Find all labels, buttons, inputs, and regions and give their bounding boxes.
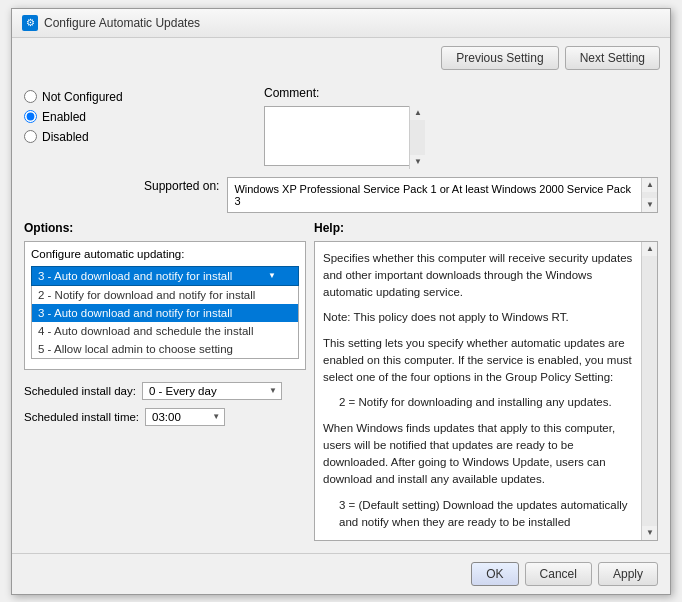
- schedule-time-label: Scheduled install time:: [24, 411, 139, 423]
- schedule-day-select[interactable]: 0 - Every day ▼: [142, 382, 282, 400]
- panel-labels: Options: Help:: [24, 221, 658, 235]
- help-scroll-up-icon[interactable]: ▲: [642, 242, 658, 256]
- help-para-3: This setting lets you specify whether au…: [323, 335, 633, 387]
- dialog-content: Not Configured Enabled Disabled Comment:…: [12, 78, 670, 549]
- help-panel: Specifies whether this computer will rec…: [314, 241, 658, 541]
- configure-dropdown-value: 3 - Auto download and notify for install: [38, 270, 232, 282]
- options-label: Options:: [24, 221, 314, 235]
- title-bar: ⚙ Configure Automatic Updates: [12, 9, 670, 38]
- schedule-time-row: Scheduled install time: 03:00 ▼: [24, 408, 306, 426]
- schedule-time-select[interactable]: 03:00 ▼: [145, 408, 225, 426]
- disabled-radio[interactable]: [24, 130, 37, 143]
- supported-scrollbar: ▲ ▼: [641, 178, 657, 212]
- configure-updating-box: Configure automatic updating: 3 - Auto d…: [24, 241, 306, 370]
- configure-updating-label: Configure automatic updating:: [31, 248, 299, 260]
- supported-value-box: Windows XP Professional Service Pack 1 o…: [227, 177, 658, 213]
- help-para-4: 2 = Notify for downloading and installin…: [339, 394, 633, 411]
- dropdown-item-3[interactable]: 4 - Auto download and schedule the insta…: [32, 322, 298, 340]
- scroll-down-icon[interactable]: ▼: [410, 155, 426, 169]
- help-para-5: When Windows finds updates that apply to…: [323, 420, 633, 489]
- configure-dropdown-list: 2 - Notify for download and notify for i…: [31, 286, 299, 359]
- supported-section: Supported on: Windows XP Professional Se…: [24, 177, 658, 213]
- enabled-label: Enabled: [42, 110, 86, 124]
- dialog-title: Configure Automatic Updates: [44, 16, 660, 30]
- dropdown-arrow-icon: ▼: [268, 271, 276, 280]
- dropdown-item-2[interactable]: 3 - Auto download and notify for install: [32, 304, 298, 322]
- previous-setting-button[interactable]: Previous Setting: [441, 46, 558, 70]
- schedule-section: Scheduled install day: 0 - Every day ▼ S…: [24, 378, 306, 430]
- schedule-day-row: Scheduled install day: 0 - Every day ▼: [24, 382, 306, 400]
- enabled-radio[interactable]: [24, 110, 37, 123]
- next-setting-button[interactable]: Next Setting: [565, 46, 660, 70]
- scroll-track: [410, 120, 425, 155]
- dropdown-item-1[interactable]: 2 - Notify for download and notify for i…: [32, 286, 298, 304]
- cancel-button[interactable]: Cancel: [525, 562, 592, 586]
- supported-scroll-down-icon[interactable]: ▼: [642, 198, 658, 212]
- radio-section: Not Configured Enabled Disabled: [24, 86, 144, 169]
- configure-dropdown-selected[interactable]: 3 - Auto download and notify for install…: [31, 266, 299, 286]
- disabled-option[interactable]: Disabled: [24, 130, 144, 144]
- enabled-option[interactable]: Enabled: [24, 110, 144, 124]
- help-label: Help:: [314, 221, 344, 235]
- schedule-time-arrow-icon: ▼: [212, 412, 220, 421]
- supported-scroll-up-icon[interactable]: ▲: [642, 178, 658, 192]
- schedule-time-value: 03:00: [152, 411, 181, 423]
- comment-label: Comment:: [264, 86, 425, 102]
- help-content: Specifies whether this computer will rec…: [315, 242, 641, 540]
- scroll-up-icon[interactable]: ▲: [410, 106, 426, 120]
- help-para-1: Specifies whether this computer will rec…: [323, 250, 633, 302]
- options-panel: Configure automatic updating: 3 - Auto d…: [24, 241, 306, 541]
- ok-button[interactable]: OK: [471, 562, 518, 586]
- disabled-label: Disabled: [42, 130, 89, 144]
- help-para-7: Windows finds updates that apply to the …: [323, 539, 633, 540]
- schedule-day-arrow-icon: ▼: [269, 386, 277, 395]
- comment-textarea[interactable]: [264, 106, 425, 166]
- not-configured-label: Not Configured: [42, 90, 123, 104]
- dialog-icon: ⚙: [22, 15, 38, 31]
- help-para-6: 3 = (Default setting) Download the updat…: [339, 497, 633, 532]
- not-configured-option[interactable]: Not Configured: [24, 90, 144, 104]
- apply-button[interactable]: Apply: [598, 562, 658, 586]
- schedule-day-value: 0 - Every day: [149, 385, 217, 397]
- help-scroll-track: [642, 256, 657, 526]
- not-configured-radio[interactable]: [24, 90, 37, 103]
- help-scrollbar: ▲ ▼: [641, 242, 657, 540]
- dropdown-item-4[interactable]: 5 - Allow local admin to choose setting: [32, 340, 298, 358]
- help-scroll-down-icon[interactable]: ▼: [642, 526, 658, 540]
- main-panels: Configure automatic updating: 3 - Auto d…: [24, 241, 658, 541]
- dialog-header: Previous Setting Next Setting: [12, 38, 670, 78]
- gear-icon: ⚙: [26, 17, 35, 28]
- supported-value: Windows XP Professional Service Pack 1 o…: [234, 183, 651, 207]
- comment-scrollbar: ▲ ▼: [409, 106, 425, 169]
- configure-dropdown-row: 3 - Auto download and notify for install…: [31, 266, 299, 359]
- comment-section: Comment: ▲ ▼: [264, 86, 425, 169]
- dialog-footer: OK Cancel Apply: [12, 553, 670, 594]
- help-para-2: Note: This policy does not apply to Wind…: [323, 309, 633, 326]
- supported-label: Supported on:: [144, 177, 219, 193]
- schedule-day-label: Scheduled install day:: [24, 385, 136, 397]
- configure-automatic-updates-dialog: ⚙ Configure Automatic Updates Previous S…: [11, 8, 671, 595]
- top-section: Not Configured Enabled Disabled Comment:…: [24, 78, 658, 173]
